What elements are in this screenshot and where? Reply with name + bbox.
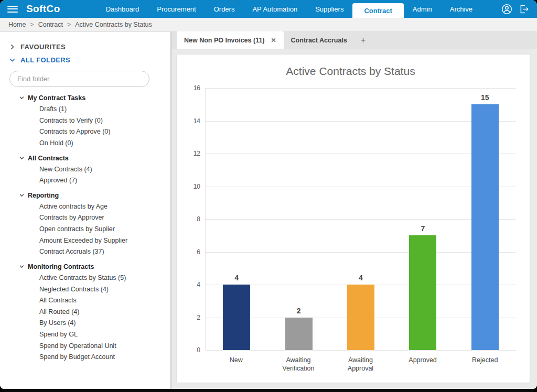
y-tick-label: 10 — [194, 183, 200, 190]
breadcrumb-item-home[interactable]: Home — [8, 21, 26, 28]
chevron-down-icon — [19, 155, 24, 162]
tree-item-all-contracts[interactable]: All Contracts — [0, 295, 170, 307]
tree-item-drafts-1[interactable]: Drafts (1) — [0, 104, 170, 115]
chart-x-labels: NewAwaiting VerificationAwaiting Approva… — [205, 350, 516, 377]
tree-item-active-contracts-by-age[interactable]: Active contracts by Age — [0, 201, 170, 213]
y-tick-label: 0 — [197, 346, 200, 354]
tree-item-contracts-to-verify-0[interactable]: Contracts to Verify (0) — [0, 115, 170, 127]
tree-folder-monitoring-contracts[interactable]: Monitoring Contracts — [0, 261, 170, 273]
bar-value-label: 2 — [297, 307, 301, 315]
bar-value-label: 7 — [421, 224, 425, 233]
tree-folder-my-contract-tasks[interactable]: My Contract Tasks — [0, 92, 170, 104]
tab-new-non-po-invoices-11[interactable]: New Non PO Invoices (11)✕ — [177, 31, 284, 49]
sidebar-favourites[interactable]: FAVOURITES — [0, 40, 170, 53]
app-logo[interactable]: SoftCo — [26, 3, 60, 15]
bar-approved — [409, 235, 436, 350]
tree-item-amount-exceeded-by-supplier[interactable]: Amount Exceeded by Supplier — [0, 235, 170, 247]
logout-icon[interactable] — [519, 4, 530, 15]
breadcrumb-item-contract[interactable]: Contract — [38, 21, 63, 28]
tab-contract-accruals[interactable]: Contract Accruals — [284, 31, 355, 49]
gridline — [206, 350, 516, 351]
favourites-label: FAVOURITES — [20, 43, 66, 51]
all-folders-label: ALL FOLDERS — [20, 56, 70, 64]
tree-folder-label: My Contract Tasks — [28, 94, 85, 102]
tree-item-open-contracts-by-suplier[interactable]: Open contracts by Suplier — [0, 224, 170, 235]
tree-item-active-contracts-by-status-5[interactable]: Active Contracts by Status (5) — [0, 273, 170, 284]
chart-card: Active Contracts by Status 0246810121416… — [177, 55, 530, 383]
bar-column-approved: 7 — [398, 88, 448, 350]
breadcrumb-separator: > — [67, 21, 71, 28]
y-tick-label: 8 — [197, 215, 200, 223]
app-window: SoftCo DashboardProcurementOrdersAP Auto… — [0, 0, 537, 389]
find-folder-input[interactable] — [9, 71, 149, 87]
tab-strip: New Non PO Invoices (11)✕Contract Accrua… — [171, 32, 537, 49]
nav-item-admin[interactable]: Admin — [404, 0, 441, 18]
nav-item-contract[interactable]: Contract — [352, 3, 403, 18]
x-axis-label-rejected: Rejected — [460, 356, 510, 377]
tree-item-contract-accruals-37[interactable]: Contract Accruals (37) — [0, 246, 170, 258]
chevron-down-icon — [9, 57, 15, 63]
top-nav-left: SoftCo — [5, 0, 60, 18]
tree-item-approved-7[interactable]: Approved (7) — [0, 175, 170, 187]
sidebar-all-folders[interactable]: ALL FOLDERS — [0, 53, 170, 67]
tree-item-new-contracts-4[interactable]: New Contracts (4) — [0, 164, 170, 176]
tree-folder-label: Monitoring Contracts — [28, 263, 94, 270]
bar-value-label: 15 — [481, 93, 489, 102]
x-axis-label-awaiting-verification: Awaiting Verification — [273, 356, 324, 377]
tree-folder-all-contracts[interactable]: All Contracts — [0, 153, 170, 164]
bar-value-label: 4 — [359, 274, 363, 282]
bar-awaiting-verification — [285, 318, 313, 351]
tree-item-on-hold-0[interactable]: On Hold (0) — [0, 138, 170, 149]
tree-item-contracts-by-approver[interactable]: Contracts by Approver — [0, 212, 170, 224]
nav-item-dashboard[interactable]: Dashboard — [97, 0, 148, 18]
tree-item-by-users-4[interactable]: By Users (4) — [0, 318, 170, 329]
breadcrumb-item-active-contracts-by-status[interactable]: Active Contracts by Status — [75, 21, 152, 28]
tree-item-all-routed-4[interactable]: All Routed (4) — [0, 307, 170, 318]
user-profile-icon[interactable] — [501, 4, 512, 15]
chevron-down-icon — [19, 263, 24, 270]
nav-item-archive[interactable]: Archive — [441, 0, 481, 18]
tree-folder-reporting[interactable]: Reporting — [0, 190, 170, 201]
chevron-down-icon — [19, 94, 24, 102]
tree-item-spend-by-gl[interactable]: Spend by GL — [0, 329, 170, 341]
bar-column-new: 4 — [211, 88, 262, 350]
bar-column-awaiting-approval: 4 — [336, 88, 386, 350]
bar-column-awaiting-verification: 2 — [274, 88, 324, 350]
nav-item-suppliers[interactable]: Suppliers — [306, 0, 352, 18]
nav-item-procurement[interactable]: Procurement — [148, 0, 205, 18]
tree-folder-label: Reporting — [28, 192, 59, 199]
y-tick-label: 16 — [194, 84, 200, 92]
top-nav: SoftCo DashboardProcurementOrdersAP Auto… — [0, 0, 537, 18]
chevron-down-icon — [19, 192, 24, 199]
top-nav-items: DashboardProcurementOrdersAP AutomationS… — [97, 0, 481, 18]
tree-item-spend-by-operational-unit[interactable]: Spend by Operational Unit — [0, 341, 170, 352]
x-axis-label-awaiting-approval: Awaiting Approval — [335, 356, 385, 377]
y-tick-label: 4 — [197, 281, 200, 288]
main-area: New Non PO Invoices (11)✕Contract Accrua… — [171, 32, 537, 389]
tab-label: Contract Accruals — [291, 37, 347, 44]
content-body: FAVOURITES ALL FOLDERS My Contract Tasks… — [0, 32, 537, 389]
chart-corner — [185, 350, 205, 377]
chart-y-axis: 0246810121416 — [185, 88, 205, 350]
tab-close-icon[interactable]: ✕ — [271, 37, 276, 44]
nav-item-ap-automation[interactable]: AP Automation — [243, 0, 306, 18]
tree-item-spend-by-budget-account[interactable]: Spend by Budget Account — [0, 352, 170, 363]
tab-label: New Non PO Invoices (11) — [184, 37, 265, 44]
y-tick-label: 12 — [194, 150, 200, 157]
menu-hamburger-icon[interactable] — [7, 6, 18, 13]
chart-plot: 424715 — [205, 88, 516, 350]
bar-awaiting-approval — [347, 285, 374, 350]
breadcrumb-separator: > — [30, 21, 34, 28]
bar-new — [223, 285, 250, 350]
window-frame: SoftCo DashboardProcurementOrdersAP Auto… — [0, 0, 537, 392]
bar-value-label: 4 — [234, 274, 239, 282]
chevron-right-icon — [9, 44, 15, 50]
bar-column-rejected: 15 — [460, 88, 510, 350]
tab-add-button[interactable]: + — [355, 31, 372, 49]
tree-item-neglected-contracts-4[interactable]: Neglected Contracts (4) — [0, 284, 170, 296]
top-nav-right — [501, 0, 532, 18]
x-axis-label-new: New — [211, 356, 261, 377]
chart-bars: 424715 — [206, 88, 516, 350]
tree-item-contracts-to-approve-0[interactable]: Contracts to Approve (0) — [0, 126, 170, 138]
nav-item-orders[interactable]: Orders — [205, 0, 244, 18]
